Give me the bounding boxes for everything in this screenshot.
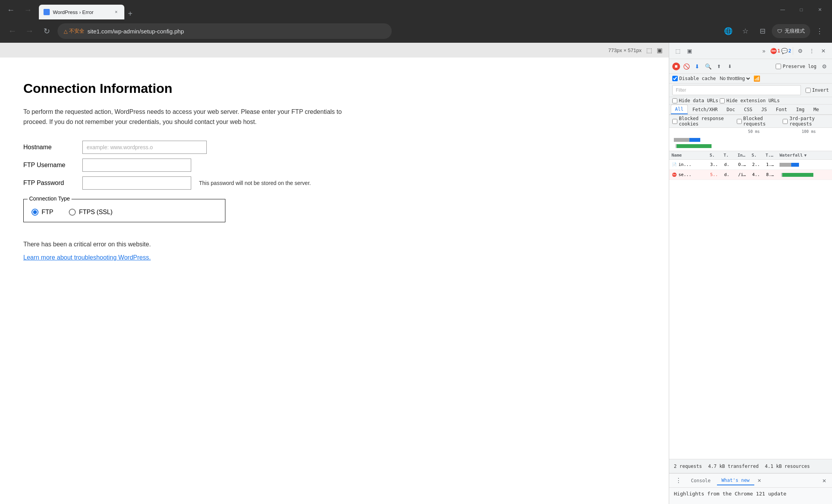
header-name[interactable]: Name xyxy=(669,153,707,158)
row1-time: 1... xyxy=(764,162,778,167)
devtools-toggle-icon[interactable]: ⬚ xyxy=(646,47,652,54)
more-tools-button[interactable]: » xyxy=(759,45,769,56)
device-toggle-icon[interactable]: ▣ xyxy=(657,47,663,54)
ftp-username-input[interactable] xyxy=(82,159,191,172)
throttle-select[interactable]: No throttling xyxy=(718,75,751,82)
hide-extension-urls-container: Hide extension URLs xyxy=(720,98,780,103)
new-tab-button[interactable]: + xyxy=(124,8,136,19)
tab-fetch-xhr[interactable]: Fetch/XHR xyxy=(688,105,722,114)
header-size[interactable]: S. xyxy=(749,153,763,158)
browser-menu-button[interactable]: ⋮ xyxy=(812,23,827,39)
clear-log-button[interactable]: 🚫 xyxy=(682,62,691,71)
hostname-input[interactable] xyxy=(82,141,207,154)
connection-type-label: Connection Type xyxy=(28,195,72,202)
whats-new-close-button[interactable]: ✕ xyxy=(756,478,763,483)
disable-cache-row: Disable cache xyxy=(672,76,716,81)
bottom-panel-close-button[interactable]: ✕ xyxy=(820,476,829,485)
connection-form: Hostname FTP Username FTP Password This … xyxy=(23,141,645,227)
warning-icon: △ xyxy=(64,28,68,34)
dimension-bar: 773px × 571px ⬚ ▣ xyxy=(0,43,669,58)
header-type[interactable]: T. xyxy=(721,153,735,158)
tab-css[interactable]: CSS xyxy=(740,105,757,114)
search-button[interactable]: 🔍 xyxy=(703,62,713,71)
address-bar: ← → ↻ △ 不安全 site1.com/wp-admin/setup-con… xyxy=(0,19,832,43)
tab-doc[interactable]: Doc xyxy=(722,105,740,114)
filter-input[interactable] xyxy=(676,87,797,93)
inspect-element-button[interactable]: ⬚ xyxy=(672,45,683,56)
timeline-labels: 50 ms 100 ms xyxy=(669,128,832,135)
preserve-log-checkbox[interactable] xyxy=(776,64,781,69)
blocked-cookies-checkbox[interactable] xyxy=(672,119,677,124)
hide-extension-urls-checkbox[interactable] xyxy=(720,98,725,103)
highlights-text: Highlights from the Chrome 121 update xyxy=(674,491,787,497)
hostname-label: Hostname xyxy=(23,144,78,151)
security-text: 不安全 xyxy=(69,28,84,35)
devtools-settings-button[interactable]: ⚙ xyxy=(795,45,806,56)
hide-extension-urls-label: Hide extension URLs xyxy=(726,98,780,103)
record-stop-button[interactable]: ⏹ xyxy=(672,63,680,70)
ftp-radio-control xyxy=(31,209,38,216)
console-tab[interactable]: Console xyxy=(686,476,715,485)
stealth-mode-button[interactable]: 🛡 无痕模式 xyxy=(772,24,810,38)
ftp-radio[interactable]: FTP xyxy=(31,209,53,216)
ftps-radio[interactable]: FTPS (SSL) xyxy=(69,209,112,216)
row1-type: d. xyxy=(722,162,736,167)
table-row[interactable]: 📄 in... 3.. d. O... 2.. 1... xyxy=(669,160,832,170)
maximize-button[interactable]: □ xyxy=(792,3,810,16)
error-badge: ⛔ 1 xyxy=(770,48,780,54)
learn-more-link[interactable]: Learn more about troubleshooting WordPre… xyxy=(23,254,151,261)
blocked-cookies-label: Blocked response cookies xyxy=(679,116,732,127)
whats-new-tab[interactable]: What's new xyxy=(717,476,754,485)
header-initiator[interactable]: In... xyxy=(735,153,749,158)
ftp-password-row: FTP Password This password will not be s… xyxy=(23,176,645,190)
row2-status: 5.. xyxy=(708,172,722,177)
header-time[interactable]: T... xyxy=(763,153,777,158)
bookmark-button[interactable]: ☆ xyxy=(738,23,753,39)
download-har-button[interactable]: ⬇ xyxy=(725,62,734,71)
tab-all[interactable]: All xyxy=(671,105,688,114)
header-waterfall[interactable]: Waterfall ▼ xyxy=(777,153,832,158)
row1-initiator: O... xyxy=(736,162,750,167)
third-party-checkbox[interactable] xyxy=(783,119,788,124)
devtools-more-button[interactable]: ⋮ xyxy=(806,45,817,56)
tab-close-button[interactable]: × xyxy=(113,9,120,16)
minimize-button[interactable]: — xyxy=(774,3,792,16)
blocked-requests-checkbox[interactable] xyxy=(737,119,742,124)
back-button[interactable]: ← xyxy=(5,23,20,39)
filter-button[interactable]: ⬇ xyxy=(692,62,702,71)
upload-har-button[interactable]: ⬆ xyxy=(714,62,724,71)
row1-name: 📄 in... xyxy=(669,162,708,167)
network-settings-button[interactable]: ⚙ xyxy=(820,62,829,71)
close-window-button[interactable]: ✕ xyxy=(811,3,829,16)
window-controls: — □ ✕ xyxy=(774,3,829,16)
disable-cache-label: Disable cache xyxy=(679,76,716,81)
network-rows: 📄 in... 3.. d. O... 2.. 1... xyxy=(669,160,832,459)
history-forward-button[interactable]: → xyxy=(20,2,36,17)
device-toolbar-button[interactable]: ▣ xyxy=(684,45,695,56)
refresh-button[interactable]: ↻ xyxy=(39,23,54,39)
tab-font[interactable]: Font xyxy=(772,105,792,114)
forward-button[interactable]: → xyxy=(22,23,37,39)
tab-js[interactable]: JS xyxy=(757,105,771,114)
transferred-size: 4.7 kB transferred xyxy=(708,464,759,469)
active-tab[interactable]: WordPress › Error × xyxy=(39,5,124,19)
ftp-password-input[interactable] xyxy=(82,176,191,190)
history-back-button[interactable]: ← xyxy=(3,2,19,17)
disable-cache-checkbox[interactable] xyxy=(672,76,678,81)
translate-button[interactable]: 🌐 xyxy=(720,23,736,39)
filter-input-wrap xyxy=(672,85,801,95)
header-status[interactable]: S. xyxy=(707,153,721,158)
bottom-menu-button[interactable]: ⋮ xyxy=(672,474,685,488)
tab-me[interactable]: Me xyxy=(809,105,823,114)
devtools-close-button[interactable]: ✕ xyxy=(818,45,829,56)
page-content: Connection Information To perform the re… xyxy=(0,58,669,504)
hide-data-urls-checkbox[interactable] xyxy=(672,98,677,103)
tab-img[interactable]: Img xyxy=(792,105,809,114)
invert-checkbox[interactable] xyxy=(806,88,811,93)
table-row[interactable]: ⛔ se... 5.. d. /i... 4.. 8... xyxy=(669,170,832,180)
hide-data-urls-container: Hide data URLs xyxy=(672,98,718,103)
sidebar-button[interactable]: ⊟ xyxy=(755,23,770,39)
omnibox[interactable]: △ 不安全 site1.com/wp-admin/setup-config.ph… xyxy=(58,23,392,39)
webpage: 773px × 571px ⬚ ▣ Connection Information… xyxy=(0,43,669,504)
page-description: To perform the requested action, WordPre… xyxy=(23,107,358,127)
